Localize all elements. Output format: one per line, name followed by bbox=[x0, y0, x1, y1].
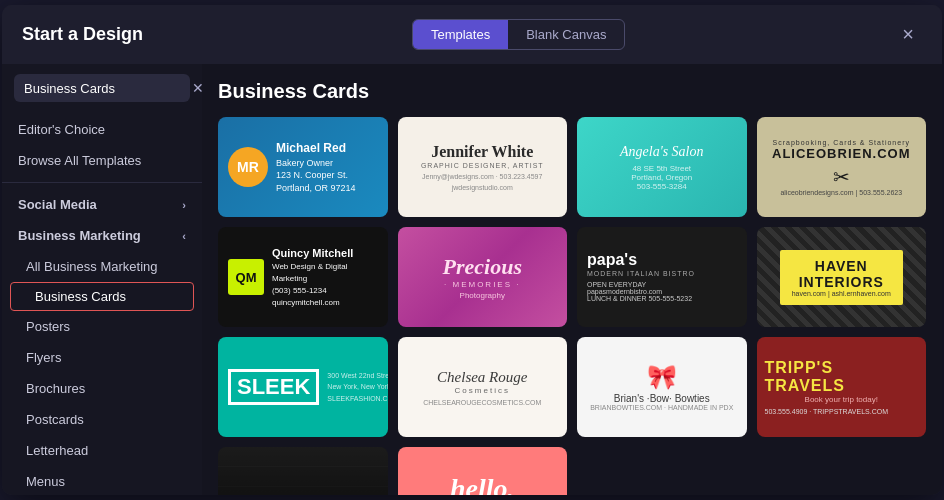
business-marketing-chevron: ‹ bbox=[182, 230, 186, 242]
card-haven-interiors[interactable]: HAVENINTERIORS haven.com | ashl.ernhaven… bbox=[757, 227, 927, 327]
menus-label: Menus bbox=[26, 474, 65, 489]
card-precious[interactable]: Precious · Memories · Photography bbox=[398, 227, 568, 327]
sidebar-item-browse-all[interactable]: Browse All Templates bbox=[2, 145, 202, 176]
sidebar-item-letterhead[interactable]: Letterhead bbox=[2, 435, 202, 466]
business-marketing-label: Business Marketing bbox=[18, 228, 141, 243]
content-area: Business Cards MR Michael Red Bakery Own… bbox=[202, 64, 942, 495]
clear-icon[interactable]: ✕ bbox=[192, 80, 202, 96]
sidebar: ✕ 🔍 Editor's Choice Browse All Templates… bbox=[2, 64, 202, 495]
card-sleek[interactable]: SLEEK 300 West 22nd StreetNew York, New … bbox=[218, 337, 388, 437]
card-chelsea-rouge[interactable]: Chelsea Rouge Cosmetics CHELSEAROUGECOSM… bbox=[398, 337, 568, 437]
flyers-label: Flyers bbox=[26, 350, 61, 365]
sidebar-item-business-cards[interactable]: Business Cards bbox=[10, 282, 194, 311]
search-input[interactable] bbox=[24, 81, 192, 96]
social-media-chevron: › bbox=[182, 199, 186, 211]
all-business-label: All Business Marketing bbox=[26, 259, 158, 274]
modal: Start a Design Templates Blank Canvas × … bbox=[2, 5, 942, 495]
card-hello-holly[interactable]: hello, I'M HOLLY. Writer · Blogger · Cra… bbox=[398, 447, 568, 495]
postcards-label: Postcards bbox=[26, 412, 84, 427]
card-tripps-travels[interactable]: TRIPP'S TRAVELS Book your trip today! 50… bbox=[757, 337, 927, 437]
editors-choice-label: Editor's Choice bbox=[18, 122, 105, 137]
sidebar-item-posters[interactable]: Posters bbox=[2, 311, 202, 342]
sidebar-item-business-marketing[interactable]: Business Marketing ‹ bbox=[2, 220, 202, 251]
sidebar-item-postcards[interactable]: Postcards bbox=[2, 404, 202, 435]
tab-templates[interactable]: Templates bbox=[413, 20, 508, 49]
posters-label: Posters bbox=[26, 319, 70, 334]
letterhead-label: Letterhead bbox=[26, 443, 88, 458]
tab-blank-canvas[interactable]: Blank Canvas bbox=[508, 20, 624, 49]
sidebar-item-menus[interactable]: Menus bbox=[2, 466, 202, 495]
sidebar-item-social-media[interactable]: Social Media › bbox=[2, 189, 202, 220]
cards-grid: MR Michael Red Bakery Owner 123 N. Coope… bbox=[218, 117, 926, 495]
social-media-label: Social Media bbox=[18, 197, 97, 212]
card-papas-bistro[interactable]: papa's Modern Italian Bistro OPEN EVERYD… bbox=[577, 227, 747, 327]
card-michael-red[interactable]: MR Michael Red Bakery Owner 123 N. Coope… bbox=[218, 117, 388, 217]
modal-body: ✕ 🔍 Editor's Choice Browse All Templates… bbox=[2, 64, 942, 495]
business-cards-label: Business Cards bbox=[35, 289, 126, 304]
card-brians-bowties[interactable]: 🎀 Brian's ·Bow· Bowties BRIANBOWTIES.COM… bbox=[577, 337, 747, 437]
card-alice-obrien[interactable]: Scrapbooking, Cards & Stationery ALICEOB… bbox=[757, 117, 927, 217]
sidebar-item-flyers[interactable]: Flyers bbox=[2, 342, 202, 373]
card-quincy-mitchell[interactable]: QM Quincy Mitchell Web Design & Digital … bbox=[218, 227, 388, 327]
close-button[interactable]: × bbox=[894, 19, 922, 50]
sidebar-item-all-business[interactable]: All Business Marketing bbox=[2, 251, 202, 282]
card-angelas-salon[interactable]: Angela's Salon 48 SE 5th StreetPortland,… bbox=[577, 117, 747, 217]
content-title: Business Cards bbox=[218, 80, 926, 103]
search-bar: ✕ 🔍 bbox=[14, 74, 190, 102]
brochures-label: Brochures bbox=[26, 381, 85, 396]
sidebar-item-editors-choice[interactable]: Editor's Choice bbox=[2, 114, 202, 145]
card-jennifer-white[interactable]: Jennifer White Graphic Designer, Artist … bbox=[398, 117, 568, 217]
modal-header: Start a Design Templates Blank Canvas × bbox=[2, 5, 942, 64]
modal-title: Start a Design bbox=[22, 24, 143, 45]
sidebar-item-brochures[interactable]: Brochures bbox=[2, 373, 202, 404]
divider-1 bbox=[2, 182, 202, 183]
tab-group: Templates Blank Canvas bbox=[412, 19, 625, 50]
browse-all-label: Browse All Templates bbox=[18, 153, 141, 168]
card-fast-focus[interactable]: FAST FOCUS PHOTOGRAPHY bbox=[218, 447, 388, 495]
